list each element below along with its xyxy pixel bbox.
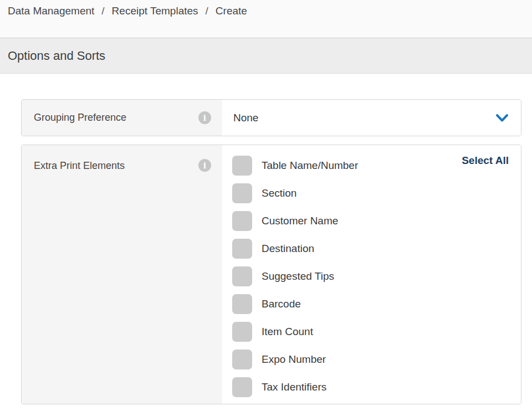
breadcrumb-item-data-management[interactable]: Data Management <box>8 5 94 17</box>
grouping-preference-label-col: Grouping Preference i <box>22 100 222 136</box>
checkbox[interactable] <box>232 322 252 342</box>
extra-print-elements-options: Select All Table Name/Number Section Cus… <box>222 145 521 404</box>
option-row: Tax Identifiers <box>232 373 509 401</box>
extra-print-elements-label-col: Extra Print Elements i <box>22 145 222 404</box>
checkbox-label: Expo Number <box>262 353 326 366</box>
select-all-link[interactable]: Select All <box>462 155 509 167</box>
breadcrumb-separator: / <box>101 5 104 17</box>
checkbox[interactable] <box>232 350 252 369</box>
checkbox-label: Section <box>262 187 296 199</box>
grouping-preference-row: Grouping Preference i None <box>21 99 521 136</box>
info-icon[interactable]: i <box>198 111 211 124</box>
checkbox[interactable] <box>232 294 252 314</box>
chevron-down-icon <box>495 114 509 122</box>
checkbox-label: Item Count <box>262 326 313 338</box>
grouping-preference-label: Grouping Preference <box>34 112 126 124</box>
option-row: Customer Name <box>232 207 509 235</box>
checkbox[interactable] <box>232 266 252 286</box>
breadcrumb-item-receipt-templates[interactable]: Receipt Templates <box>112 5 198 17</box>
info-icon[interactable]: i <box>198 159 211 172</box>
checkbox[interactable] <box>232 156 252 176</box>
checkbox-label: Table Name/Number <box>262 160 358 172</box>
checkbox-label: Barcode <box>262 298 301 310</box>
breadcrumb-item-create: Create <box>216 5 247 17</box>
checkbox[interactable] <box>232 239 252 259</box>
options-and-sorts-form: Grouping Preference i None Extra Print E… <box>0 74 532 404</box>
grouping-preference-dropdown[interactable]: None <box>222 100 521 136</box>
section-header: Options and Sorts <box>0 38 532 74</box>
breadcrumb-separator: / <box>206 5 208 17</box>
checkbox-label: Customer Name <box>262 215 338 227</box>
checkbox[interactable] <box>232 377 252 397</box>
checkbox-label: Destination <box>262 243 314 255</box>
checkbox[interactable] <box>232 211 252 231</box>
checkbox-label: Tax Identifiers <box>262 381 326 393</box>
grouping-preference-selected-value: None <box>233 112 258 124</box>
breadcrumb: Data Management/Receipt Templates/Create <box>0 0 532 38</box>
option-row: Suggested Tips <box>232 263 509 290</box>
option-row: Destination <box>232 235 509 263</box>
option-row: Item Count <box>232 318 509 346</box>
checkbox[interactable] <box>232 183 252 203</box>
extra-print-elements-row: Extra Print Elements i Select All Table … <box>21 145 521 404</box>
option-row: Expo Number <box>232 346 509 373</box>
page-title: Options and Sorts <box>8 49 105 63</box>
options-list: Table Name/Number Section Customer Name … <box>232 152 509 401</box>
option-row: Barcode <box>232 290 509 318</box>
extra-print-elements-label: Extra Print Elements <box>34 160 125 172</box>
option-row: Section <box>232 179 509 207</box>
checkbox-label: Suggested Tips <box>262 270 334 282</box>
